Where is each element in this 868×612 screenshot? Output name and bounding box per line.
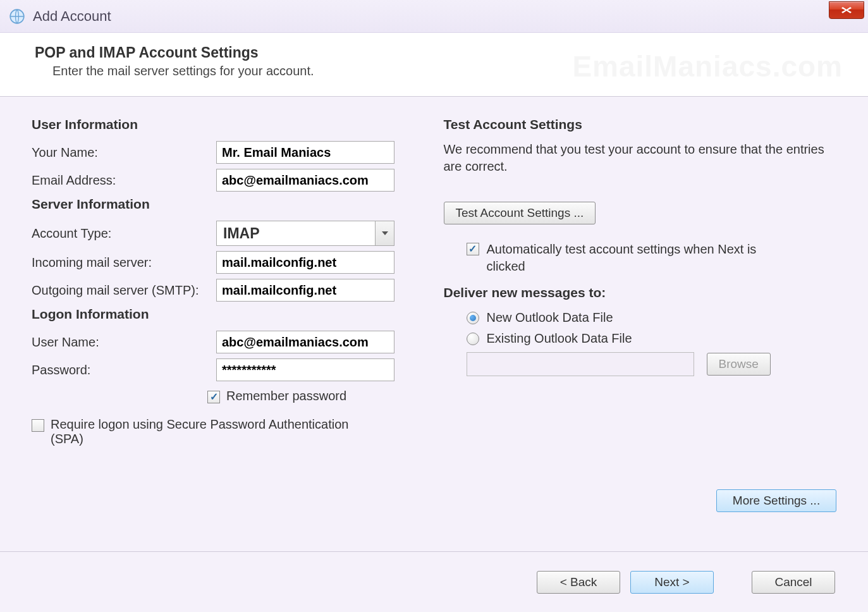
auto-test-label: Automatically test account settings when… [487,241,784,275]
spa-checkbox[interactable] [32,419,44,432]
password-label: Password: [32,363,216,377]
outgoing-server-input[interactable] [216,279,394,302]
next-button[interactable]: Next > [630,571,714,594]
outgoing-server-label: Outgoing mail server (SMTP): [32,283,216,298]
close-icon [841,6,852,14]
account-type-value: IMAP [217,225,375,242]
user-name-input[interactable] [216,331,394,353]
app-icon [9,8,25,25]
back-button[interactable]: < Back [537,571,620,594]
existing-data-file-input [467,352,694,376]
footer: < Back Next > Cancel [0,551,868,612]
email-address-label: Email Address: [32,173,216,188]
email-address-input[interactable] [216,169,394,192]
watermark: EmailManiacs.com [572,49,843,83]
existing-data-file-radio[interactable] [467,333,479,345]
remember-password-label: Remember password [226,389,346,403]
left-column: User Information Your Name: Email Addres… [32,117,425,545]
incoming-server-input[interactable] [216,251,394,274]
close-button[interactable] [829,1,864,19]
header: POP and IMAP Account Settings Enter the … [0,33,868,97]
remember-password-checkbox[interactable] [207,391,220,403]
your-name-label: Your Name: [32,145,216,160]
content: User Information Your Name: Email Addres… [0,97,868,551]
logon-info-heading: Logon Information [32,307,425,322]
auto-test-checkbox[interactable] [467,243,479,255]
window-title: Add Account [33,8,111,25]
password-input[interactable] [216,358,394,381]
existing-data-file-label: Existing Outlook Data File [487,331,632,346]
browse-button: Browse [707,353,771,376]
add-account-dialog: Add Account POP and IMAP Account Setting… [0,0,868,612]
test-settings-text: We recommend that you test your account … [444,141,837,175]
spa-label: Require logon using Secure Password Auth… [51,417,379,446]
your-name-input[interactable] [216,141,394,164]
chevron-down-icon [375,221,394,245]
right-column: Test Account Settings We recommend that … [444,117,837,545]
account-type-select[interactable]: IMAP [216,221,394,246]
titlebar: Add Account [0,0,868,33]
cancel-button[interactable]: Cancel [752,571,835,594]
deliver-heading: Deliver new messages to: [444,285,837,300]
server-info-heading: Server Information [32,197,425,212]
test-account-settings-button[interactable]: Test Account Settings ... [444,202,596,224]
more-settings-button[interactable]: More Settings ... [716,489,836,512]
incoming-server-label: Incoming mail server: [32,255,216,270]
user-info-heading: User Information [32,117,425,132]
new-data-file-radio[interactable] [467,312,479,324]
new-data-file-label: New Outlook Data File [487,310,613,325]
account-type-label: Account Type: [32,226,216,241]
test-settings-heading: Test Account Settings [444,117,837,132]
user-name-label: User Name: [32,335,216,350]
